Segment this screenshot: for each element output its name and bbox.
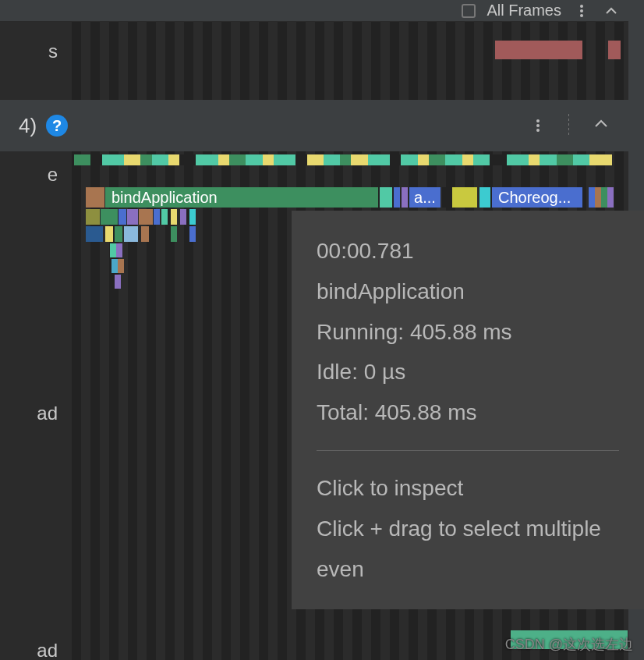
frames-track[interactable] [62,37,628,59]
trace-event[interactable] [189,209,196,225]
trace-event[interactable] [595,187,601,208]
trace-event-a[interactable]: a... [409,187,441,208]
trace-event[interactable] [380,187,392,208]
overview-strip[interactable] [74,154,628,165]
label-fragment: e [48,164,58,186]
trace-event[interactable] [589,187,595,208]
help-icon[interactable]: ? [46,115,68,137]
thread-header: 4) ? [0,100,628,151]
track-labels: s e ad ad [0,0,62,660]
trace-event[interactable] [119,209,126,225]
trace-event[interactable] [86,209,100,225]
label-fragment: ad [37,640,58,660]
more-icon[interactable] [572,2,591,20]
tooltip-hint-inspect: Click to inspect [317,468,619,509]
trace-event[interactable] [101,209,118,225]
svg-point-0 [580,5,583,8]
tooltip-name: bindApplication [317,271,619,312]
label-fragment: ad [37,403,58,424]
trace-event[interactable] [141,226,149,242]
tooltip-running: Running: 405.88 ms [317,312,619,353]
trace-event[interactable] [118,259,124,273]
event-tooltip: 00:00.781 bindApplication Running: 405.8… [292,211,644,609]
watermark: CSDN @这次选左边 [505,635,633,654]
trace-event[interactable] [180,209,186,225]
svg-point-5 [536,129,540,132]
svg-point-4 [536,124,540,127]
trace-event[interactable] [127,209,138,225]
trace-event[interactable] [115,226,122,242]
trace-event[interactable] [154,209,160,225]
top-toolbar: All Frames [0,0,644,22]
trace-event[interactable] [139,209,153,225]
trace-event[interactable] [86,226,103,242]
trace-gap [442,187,451,208]
trace-choreographer[interactable]: Choreog... [492,187,582,208]
all-frames-label: All Frames [487,2,561,20]
svg-point-3 [536,119,540,122]
all-frames-checkbox[interactable] [462,4,476,18]
trace-event[interactable] [479,187,490,208]
trace-event[interactable] [110,243,116,257]
trace-event[interactable] [189,226,196,242]
thread-title-fragment: 4) [19,114,37,138]
chevron-up-icon[interactable] [602,2,621,20]
tooltip-timestamp: 00:00.781 [317,231,619,271]
trace-event[interactable] [86,187,104,208]
trace-bindapplication[interactable]: bindApplication [105,187,378,208]
tooltip-divider [317,450,619,451]
frame-bar[interactable] [608,41,621,59]
thread-more-icon[interactable] [531,114,545,138]
tooltip-total: Total: 405.88 ms [317,392,619,433]
tooltip-idle: Idle: 0 µs [317,352,619,392]
trace-event[interactable] [161,209,168,225]
svg-point-2 [580,14,583,17]
trace-event[interactable] [607,187,614,208]
trace-event[interactable] [116,243,122,257]
trace-event[interactable] [124,226,138,242]
svg-point-1 [580,9,583,12]
trace-event[interactable] [402,187,408,208]
collapse-icon[interactable] [593,114,610,138]
label-fragment: s [48,41,58,62]
trace-event[interactable] [452,187,477,208]
frame-bar[interactable] [495,41,582,59]
trace-event[interactable] [394,187,400,208]
trace-event[interactable] [171,226,177,242]
tooltip-hint-drag: Click + drag to select multiple even [317,509,619,590]
trace-event[interactable] [111,259,118,273]
trace-event[interactable] [115,275,121,289]
trace-event[interactable] [171,209,177,225]
trace-event[interactable] [601,187,607,208]
divider [568,114,569,137]
trace-event[interactable] [105,226,113,242]
